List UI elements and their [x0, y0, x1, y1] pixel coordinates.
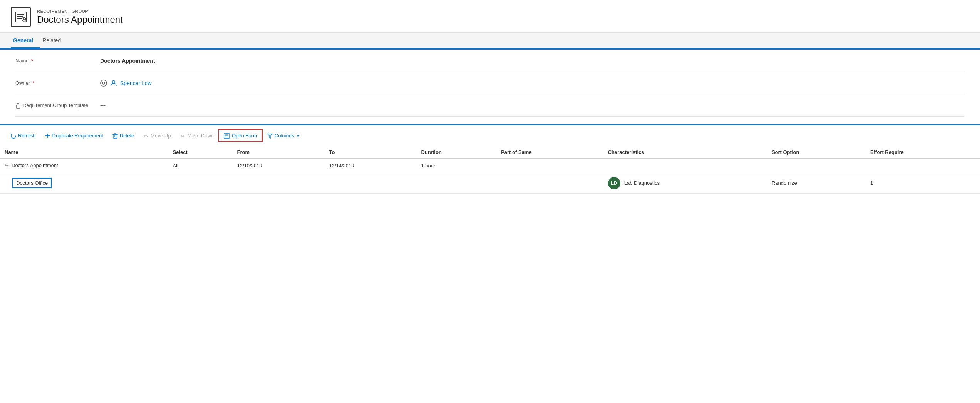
child-name-cell[interactable]: Doctors Office: [0, 173, 168, 193]
tab-related[interactable]: Related: [40, 33, 68, 48]
table-header-row: Name Select From To Duration Part of Sam…: [0, 146, 980, 159]
col-header-from: From: [233, 146, 325, 159]
form-label-owner: Owner *: [15, 80, 100, 86]
col-header-duration: Duration: [416, 146, 496, 159]
parent-to-cell: 12/14/2018: [324, 159, 416, 173]
form-row-name: Name * Doctors Appointment: [15, 50, 965, 72]
owner-circle-icon: [100, 80, 107, 87]
characteristics-label: Lab Diagnostics: [624, 180, 660, 186]
child-select-cell: [168, 173, 232, 193]
requirements-table: Name Select From To Duration Part of Sam…: [0, 146, 980, 194]
svg-point-7: [101, 80, 107, 86]
form-row-owner: Owner * Spencer Low: [15, 72, 965, 94]
form-value-owner[interactable]: Spencer Low: [100, 80, 152, 87]
form-label-name: Name *: [15, 58, 100, 64]
refresh-button[interactable]: Refresh: [6, 130, 40, 141]
trash-icon: [112, 133, 118, 139]
col-header-part-of-same: Part of Same: [496, 146, 603, 159]
form-label-template: Requirement Group Template: [15, 102, 100, 109]
col-header-name: Name: [0, 146, 168, 159]
form-value-name[interactable]: Doctors Appointment: [100, 58, 155, 64]
header-icon: [11, 7, 31, 27]
parent-select-cell: All: [168, 159, 232, 173]
header-subtitle: REQUIREMENT GROUP: [37, 9, 123, 13]
child-effort-required-cell: 1: [866, 173, 980, 193]
parent-part-of-same-cell: [496, 159, 603, 173]
svg-point-8: [102, 82, 105, 84]
chevron-down-icon: [296, 134, 300, 138]
col-header-sort-option: Sort Option: [767, 146, 866, 159]
form-row-template: Requirement Group Template ---: [15, 94, 965, 117]
parent-duration-cell: 1 hour: [416, 159, 496, 173]
duplicate-button[interactable]: Duplicate Requirement: [40, 130, 108, 141]
arrow-up-icon: [143, 133, 149, 139]
child-sort-option-cell: Randomize: [767, 173, 866, 193]
child-to-cell: [324, 173, 416, 193]
parent-characteristics-cell: [603, 159, 767, 173]
owner-name[interactable]: Spencer Low: [120, 80, 152, 86]
delete-button[interactable]: Delete: [108, 130, 139, 141]
grid-section: Refresh Duplicate Requirement Delete: [0, 124, 980, 194]
filter-icon: [267, 133, 273, 139]
avatar: LD: [608, 177, 620, 189]
parent-effort-required-cell: [866, 159, 980, 173]
chevron-down-icon: [5, 163, 9, 168]
header-title: Doctors Appointment: [37, 14, 123, 25]
header-text-group: REQUIREMENT GROUP Doctors Appointment: [37, 9, 123, 25]
required-star-name: *: [31, 58, 33, 64]
form-icon: [224, 133, 230, 139]
refresh-icon: [11, 133, 16, 139]
arrow-down-icon: [180, 133, 185, 139]
tab-general[interactable]: General: [11, 33, 40, 48]
col-header-characteristics: Characteristics: [603, 146, 767, 159]
lock-icon: [15, 102, 21, 109]
parent-sort-option-cell: [767, 159, 866, 173]
person-icon: [110, 80, 117, 87]
table-row[interactable]: Doctors Appointment All 12/10/2018 12/14…: [0, 159, 980, 173]
child-from-cell: [233, 173, 325, 193]
svg-rect-13: [113, 134, 117, 138]
required-star-owner: *: [32, 80, 34, 86]
plus-icon: [45, 133, 50, 139]
columns-button[interactable]: Columns: [263, 130, 305, 141]
child-part-of-same-cell: [496, 173, 603, 193]
move-down-button[interactable]: Move Down: [175, 130, 218, 141]
move-up-button[interactable]: Move Up: [139, 130, 175, 141]
form-section: Name * Doctors Appointment Owner * Spenc…: [0, 48, 980, 117]
form-value-template[interactable]: ---: [100, 102, 106, 109]
table-row[interactable]: Doctors Office LD Lab Diagnostics Random…: [0, 173, 980, 193]
child-duration-cell: [416, 173, 496, 193]
open-form-button[interactable]: Open Form: [218, 129, 263, 142]
col-header-to: To: [324, 146, 416, 159]
col-header-effort-required: Effort Require: [866, 146, 980, 159]
child-characteristics-cell: LD Lab Diagnostics: [603, 173, 767, 193]
svg-rect-10: [16, 105, 20, 108]
parent-from-cell: 12/10/2018: [233, 159, 325, 173]
grid-toolbar: Refresh Duplicate Requirement Delete: [0, 125, 980, 146]
parent-name-cell[interactable]: Doctors Appointment: [0, 159, 168, 173]
col-header-select: Select: [168, 146, 232, 159]
page-header: REQUIREMENT GROUP Doctors Appointment: [0, 0, 980, 33]
tabs-bar: General Related: [0, 33, 980, 48]
